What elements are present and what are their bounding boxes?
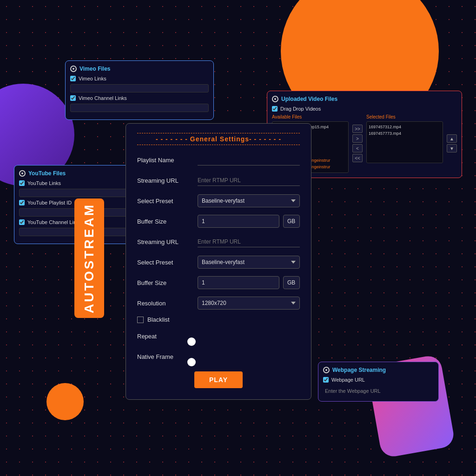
streaming-url-label-2: Streaming URL bbox=[137, 238, 198, 245]
streaming-url-control-2 bbox=[198, 237, 300, 247]
webpage-url-checkbox[interactable] bbox=[323, 377, 329, 383]
select-preset-row-2: Select Preset Baseline-veryfast Baseline… bbox=[137, 255, 300, 270]
reorder-buttons: ▲ ▼ bbox=[447, 114, 457, 173]
youtube-links-row: YouTube Links bbox=[19, 180, 134, 186]
playlist-name-control bbox=[198, 155, 300, 165]
resolution-dropdown[interactable]: 1280x720 1920x1080 854x480 640x360 bbox=[198, 297, 300, 310]
native-frame-row: Native Frame bbox=[137, 349, 300, 364]
youtube-playlist-checkbox[interactable] bbox=[19, 200, 25, 205]
vimeo-links-checkbox[interactable] bbox=[70, 76, 76, 81]
buffer-size-input-1[interactable] bbox=[198, 215, 279, 228]
drag-drop-label: Drag Drop Videos bbox=[280, 106, 321, 112]
webpage-title-text: Webpage Streaming bbox=[332, 367, 386, 373]
general-settings-panel: - - - - - - - General Settings- - - - - … bbox=[126, 123, 311, 400]
select-preset-label-1: Select Preset bbox=[137, 198, 198, 205]
youtube-channel-checkbox[interactable] bbox=[19, 219, 25, 225]
youtube-playlist-label: YouTube Playlist ID bbox=[27, 200, 72, 205]
resolution-label: Resolution bbox=[137, 300, 198, 307]
streaming-url-row-1: Streaming URL bbox=[137, 173, 300, 188]
playlist-name-input[interactable] bbox=[198, 155, 300, 165]
move-up-button[interactable]: ▲ bbox=[447, 134, 457, 143]
webpage-url-row: Webpage URL bbox=[323, 377, 434, 383]
select-preset-dropdown-2[interactable]: Baseline-veryfast Baseline-fast Main-ver… bbox=[198, 256, 300, 269]
selected-file-item[interactable]: 1697457312.mp4 bbox=[369, 124, 441, 130]
vimeo-channel-label: Vimeo Channel Links bbox=[79, 95, 127, 101]
buffer-size-row-1: Buffer Size GB MB bbox=[137, 214, 300, 229]
uploaded-icon bbox=[272, 96, 278, 102]
webpage-url-placeholder: Enter the Webpage URL bbox=[323, 385, 434, 397]
streaming-url-input-2[interactable] bbox=[198, 237, 300, 247]
youtube-title-text: YouTube Files bbox=[28, 170, 66, 177]
buffer-size-control-1: GB MB bbox=[198, 215, 300, 228]
playlist-name-label: Playlist Name bbox=[137, 157, 198, 164]
drag-drop-row: Drag Drop Videos bbox=[272, 106, 457, 112]
vimeo-channel-row: Vimeo Channel Links bbox=[70, 95, 209, 101]
resolution-control: 1280x720 1920x1080 854x480 640x360 bbox=[198, 297, 300, 310]
buffer-size-control-2: GB MB bbox=[198, 276, 300, 289]
youtube-icon bbox=[19, 170, 26, 177]
youtube-links-checkbox[interactable] bbox=[19, 180, 25, 186]
select-preset-row-1: Select Preset Baseline-veryfast Baseline… bbox=[137, 193, 300, 208]
vimeo-links-label: Vimeo Links bbox=[79, 76, 106, 81]
buffer-size-label-2: Buffer Size bbox=[137, 279, 198, 286]
selected-file-item[interactable]: 1697457773.mp4 bbox=[369, 130, 441, 137]
buffer-size-label-1: Buffer Size bbox=[137, 218, 198, 225]
settings-title: - - - - - - - General Settings- - - - - … bbox=[137, 133, 300, 145]
blacklist-checkbox[interactable] bbox=[137, 317, 144, 323]
forward-all-button[interactable]: >> bbox=[352, 125, 363, 133]
available-files-label: Available Files bbox=[272, 114, 349, 119]
youtube-links-input[interactable] bbox=[19, 189, 134, 197]
streaming-url-label-1: Streaming URL bbox=[137, 177, 198, 184]
move-down-button[interactable]: ▼ bbox=[447, 144, 457, 152]
vimeo-links-input[interactable] bbox=[70, 84, 209, 93]
selected-files-section: Selected Files 1697457312.mp4 1697457773… bbox=[366, 114, 443, 173]
blacklist-label: Blacklist bbox=[147, 316, 170, 323]
forward-button[interactable]: > bbox=[352, 134, 363, 143]
streaming-url-row-2: Streaming URL bbox=[137, 234, 300, 249]
uploaded-panel-title: Uploaded Video Files bbox=[272, 96, 457, 102]
back-button[interactable]: < bbox=[352, 144, 363, 152]
playlist-name-row: Playlist Name bbox=[137, 152, 300, 167]
buffer-unit-select-1[interactable]: GB MB bbox=[283, 215, 300, 228]
webpage-streaming-panel: Webpage Streaming Webpage URL Enter the … bbox=[318, 362, 439, 402]
vimeo-panel-title: Vimeo Files bbox=[70, 66, 209, 72]
buffer-unit-select-2[interactable]: GB MB bbox=[283, 276, 300, 289]
back-all-button[interactable]: << bbox=[352, 154, 363, 162]
autostream-label: AUTOSTREAM bbox=[74, 198, 104, 318]
select-preset-control-2: Baseline-veryfast Baseline-fast Main-ver… bbox=[198, 256, 300, 269]
repeat-row: Repeat bbox=[137, 329, 300, 344]
vimeo-channel-checkbox[interactable] bbox=[70, 95, 76, 101]
buffer-size-input-2[interactable] bbox=[198, 276, 279, 289]
streaming-url-input-1[interactable] bbox=[198, 175, 300, 186]
resolution-row: Resolution 1280x720 1920x1080 854x480 64… bbox=[137, 296, 300, 311]
youtube-links-label: YouTube Links bbox=[27, 180, 61, 186]
youtube-panel-title: YouTube Files bbox=[19, 170, 134, 177]
select-preset-dropdown-1[interactable]: Baseline-veryfast Baseline-fast Main-ver… bbox=[198, 194, 300, 207]
buffer-size-row-2: Buffer Size GB MB bbox=[137, 275, 300, 290]
select-preset-label-2: Select Preset bbox=[137, 259, 198, 266]
select-preset-control-1: Baseline-veryfast Baseline-fast Main-ver… bbox=[198, 194, 300, 207]
vimeo-title-text: Vimeo Files bbox=[79, 66, 110, 72]
vimeo-links-row: Vimeo Links bbox=[70, 76, 209, 81]
uploaded-title-text: Uploaded Video Files bbox=[281, 96, 337, 102]
blacklist-row: Blacklist bbox=[137, 316, 300, 323]
youtube-channel-label: YouTube Channel Links bbox=[27, 219, 81, 225]
webpage-icon bbox=[323, 367, 330, 373]
streaming-url-control-1 bbox=[198, 175, 300, 186]
webpage-url-label: Webpage URL bbox=[331, 377, 365, 383]
vimeo-icon bbox=[70, 66, 77, 72]
vimeo-files-panel: Vimeo Files Vimeo Links Vimeo Channel Li… bbox=[65, 60, 214, 120]
selected-files-label: Selected Files bbox=[366, 114, 443, 119]
vimeo-channel-input[interactable] bbox=[70, 104, 209, 112]
drag-drop-checkbox[interactable] bbox=[272, 106, 278, 112]
play-button[interactable]: PLAY bbox=[194, 371, 243, 388]
selected-files-box: 1697457312.mp4 1697457773.mp4 bbox=[366, 121, 443, 163]
circle-orange-small bbox=[46, 383, 84, 420]
transfer-buttons: >> > < << bbox=[352, 114, 363, 173]
webpage-panel-title: Webpage Streaming bbox=[323, 367, 434, 373]
